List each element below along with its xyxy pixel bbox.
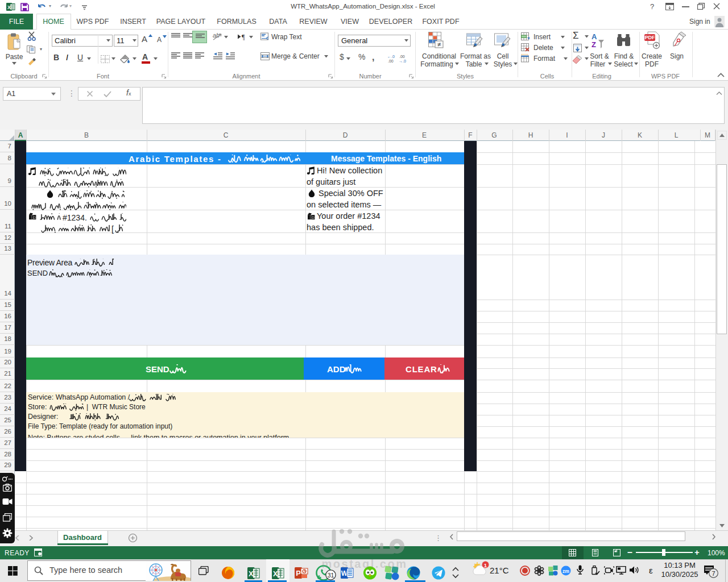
svg-text:.00: .00 [388,59,394,63]
svg-text:X: X [7,5,11,10]
svg-text:P: P [296,569,301,577]
svg-text:A: A [592,32,597,41]
svg-text:→.0: →.0 [399,59,406,63]
svg-text:7: 7 [712,570,715,577]
svg-text:¶: ¶ [242,33,245,40]
svg-text:zm: zm [562,568,569,574]
svg-text:.00: .00 [399,55,405,59]
svg-text:31: 31 [328,572,334,579]
svg-text:1: 1 [484,562,487,568]
svg-text:←.0: ←.0 [387,55,395,59]
svg-text:X: X [273,570,278,578]
svg-text:≠: ≠ [437,41,441,48]
svg-text:Z: Z [592,40,596,49]
svg-text:PDF: PDF [645,35,656,40]
svg-text:X: X [249,570,254,578]
